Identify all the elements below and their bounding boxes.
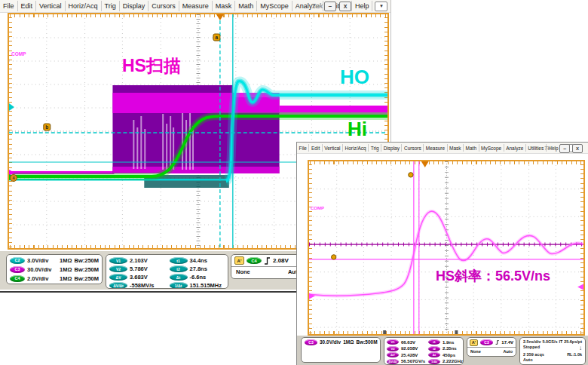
measurement-value: 92.058V <box>401 346 418 351</box>
trigger-position-icon[interactable] <box>216 14 224 20</box>
menu-item[interactable]: Trig <box>102 1 120 11</box>
trigger-mode: None <box>236 268 250 275</box>
menu-item[interactable]: MyScope <box>479 144 504 152</box>
measurement-value: 1.9ns <box>443 340 454 345</box>
channel-readouts: C3 30.0V/div 1MΩ Bw:500M <box>301 337 381 363</box>
channel-scale: 2.0V/div <box>27 275 48 282</box>
menu-item[interactable]: Measure <box>424 144 447 152</box>
timebase: 2.5ns/div <box>523 339 541 344</box>
measurement-row: V1 66.63V <box>387 339 425 346</box>
trigger-level-marker[interactable]: 4 <box>10 175 17 182</box>
cursor-handle-b[interactable] <box>409 173 413 177</box>
menu-overflow-button[interactable]: ▼ <box>375 2 387 11</box>
menu-item[interactable]: Trig <box>369 144 381 152</box>
menu-item[interactable]: Vertical <box>323 144 343 152</box>
measurement-value: 450ps <box>443 353 455 357</box>
cursor-handle-b[interactable]: b <box>44 124 51 130</box>
measurement-row: t2 27.8ns <box>170 265 225 273</box>
minimize-button[interactable]: − <box>559 144 570 153</box>
measurement-row: Δt -6.6ns <box>170 273 225 281</box>
channel-bandwidth: Bw:250M <box>74 257 99 264</box>
channel-readout-row[interactable]: C4 2.0V/div 1MΩ Bw:250M <box>7 274 102 283</box>
tek-logo: Tek <box>544 145 554 152</box>
acquisition-readout: 2.5ns/div 5.0GS/s IT 25.6ps/pt Stopped ↓… <box>519 337 586 365</box>
menu-item[interactable]: Edit <box>18 1 37 11</box>
measurement-row: t2 2.35ns <box>428 345 463 352</box>
trigger-level: 2.08V <box>273 257 289 264</box>
trigger-readout: A' C3 17.4V None Auto <box>467 337 516 357</box>
channel-impedance: 1MΩ <box>343 339 354 345</box>
channel-scale: 30.0V/div <box>320 339 341 345</box>
menu-item[interactable]: Mask <box>213 1 236 11</box>
trigger-setting: Auto <box>503 349 513 354</box>
measurement-badge: V2 <box>109 265 127 272</box>
cursor-readouts: V1 66.63V V2 92.058V ΔV 25.428V ΔV/Δt 56… <box>384 337 464 365</box>
close-button[interactable]: X <box>339 2 351 11</box>
cursor-handle-a[interactable]: a <box>213 34 220 41</box>
waveform-canvas <box>309 161 583 334</box>
measurement-row: 1/Δt 2.222GHz <box>428 358 463 365</box>
menu-item[interactable]: Cursors <box>149 1 179 11</box>
trigger-level-marker[interactable] <box>577 284 583 290</box>
trigger-source-badge: C4 <box>247 257 262 264</box>
cursor-readouts: V1 2.103V V2 5.786V ΔV 3.683V ΔV/Δt -558… <box>106 254 228 289</box>
measurement-badge: V1 <box>109 257 127 264</box>
menu-item[interactable]: Display <box>381 144 402 152</box>
menu-item[interactable]: Horiz/Acq <box>343 144 369 152</box>
channel-label-comp: COMP <box>311 206 324 210</box>
channel-badge: C3 <box>10 266 25 273</box>
menu-item[interactable]: Edit <box>309 144 322 152</box>
menu-item[interactable]: Help <box>352 1 373 11</box>
channel-readout-row[interactable]: C2 3.0V/div 1MΩ Bw:250M <box>7 256 102 265</box>
menu-item[interactable]: Display <box>120 1 149 11</box>
measurement-row: ΔV 25.428V <box>387 352 425 359</box>
measurement-badge: t2 <box>170 265 188 272</box>
resolution: 25.6ps/pt <box>564 339 582 344</box>
measurement-row: Δt 450ps <box>428 352 463 359</box>
menu-item[interactable]: Utilities <box>526 144 547 152</box>
cursor-handle-a[interactable] <box>332 255 336 259</box>
rising-edge-icon <box>495 339 499 345</box>
measurement-value: 27.8ns <box>190 265 207 272</box>
trigger-readout: A' C4 2.08V None Auto <box>231 254 306 279</box>
menu-item[interactable]: Analyze <box>504 144 526 152</box>
oscilloscope-window-2: FileEditVerticalHoriz/AcqTrigDisplayCurs… <box>296 142 588 365</box>
sample-rate: 5.0GS/s <box>542 339 557 344</box>
channel-readout-row[interactable]: C3 30.0V/div 1MΩ Bw:500M <box>302 338 380 347</box>
measurement-badge: ΔV/Δt <box>387 359 399 364</box>
measurement-value: -558MV/s <box>130 282 155 289</box>
minimize-button[interactable]: − <box>324 2 336 11</box>
measurement-badge: t1 <box>170 257 188 264</box>
trigger-a-badge: A' <box>234 256 244 265</box>
trigger-position-icon[interactable] <box>421 161 429 167</box>
channel-bandwidth: Bw:250M <box>74 266 99 273</box>
record-length: RL:1.0k <box>567 352 582 357</box>
menu-item[interactable]: Math <box>235 1 257 11</box>
menu-item[interactable]: MyScope <box>257 1 292 11</box>
trigger-mode: None <box>470 349 481 354</box>
menu-item[interactable]: Math <box>464 144 479 152</box>
menu-bar: FileEditVerticalHoriz/AcqTrigDisplayCurs… <box>297 143 588 154</box>
menu-item[interactable]: Vertical <box>36 1 66 11</box>
menu-item[interactable]: Measure <box>179 1 213 11</box>
channel-readouts: C2 3.0V/div 1MΩ Bw:250M C3 30.0V/div 1MΩ… <box>6 254 103 284</box>
svg-text:b: b <box>45 124 48 130</box>
close-button[interactable]: X <box>572 144 583 153</box>
channel-marker-c2[interactable] <box>9 103 14 111</box>
channel-badge: C3 <box>305 339 317 345</box>
measurement-badge: ΔV/Δt <box>109 282 127 289</box>
menu-item[interactable]: Horiz/Acq <box>66 1 102 11</box>
measurement-badge: ΔV <box>109 274 127 281</box>
menu-item[interactable]: File <box>0 1 18 11</box>
measurement-row: t1 34.4ns <box>170 256 225 265</box>
menu-item[interactable]: Cursors <box>402 144 424 152</box>
channel-readout-row[interactable]: C3 30.0V/div 1MΩ Bw:250M <box>7 265 102 274</box>
menu-item[interactable]: Mask <box>448 144 464 152</box>
acq-count: 2 359 acqs <box>523 352 544 357</box>
annotation-hi: Hi <box>348 118 367 141</box>
channel-impedance: 1MΩ <box>60 257 72 264</box>
measurement-row: V1 2.103V <box>109 256 165 265</box>
menu-item[interactable]: File <box>297 144 309 152</box>
channel-scale: 3.0V/div <box>27 257 48 264</box>
trigger-source-badge: C3 <box>480 339 493 345</box>
